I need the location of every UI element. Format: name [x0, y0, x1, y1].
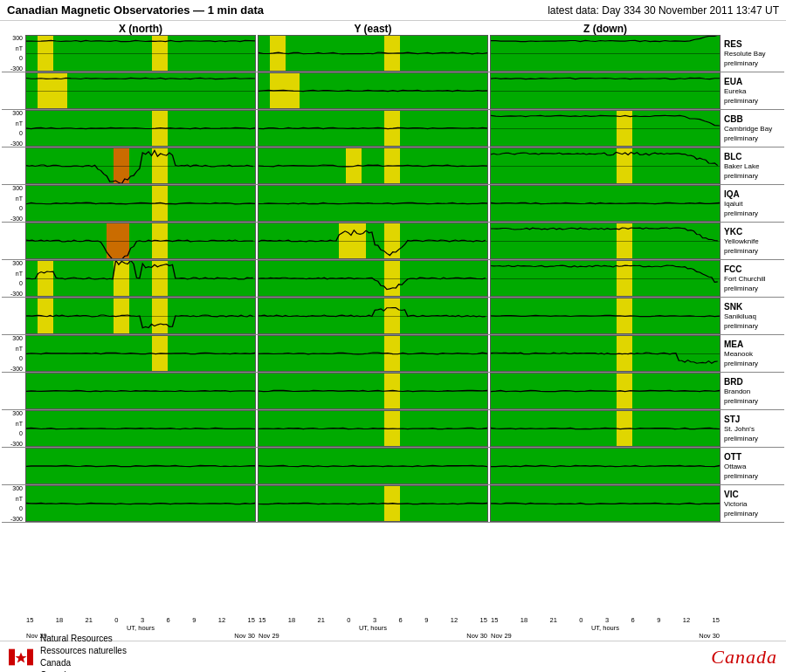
y-top-label: 300 [12, 335, 23, 341]
panel-FCC-X [25, 260, 256, 297]
panel-RES-X [25, 35, 256, 72]
panel-IQA-X [25, 185, 256, 222]
chart-svg [491, 298, 720, 333]
three-panels [24, 298, 721, 334]
panel-BRD-Y [258, 373, 488, 409]
chart-svg [491, 486, 720, 521]
station-code: EUA [724, 76, 784, 87]
x-axis-y: 15182103691215 UT, hours Nov 29Nov 30 [258, 616, 488, 641]
chart-svg [491, 73, 720, 108]
station-row: BRDBrandonpreliminary [2, 373, 784, 410]
y-mid-label: 0 [19, 280, 23, 286]
y-axis-labels: 300nT0-300 [2, 335, 24, 372]
chart-svg [26, 411, 255, 446]
chart-svg [26, 73, 255, 108]
station-row: OTTOttawapreliminary [2, 448, 784, 485]
panel-SNK-X [25, 298, 256, 334]
three-panels [24, 110, 721, 147]
panel-MEA-Z [490, 335, 720, 372]
svg-rect-2 [27, 648, 33, 665]
panel-BLC-Y [258, 147, 488, 184]
panel-VIC-X [25, 485, 256, 522]
svg-rect-0 [9, 648, 15, 665]
chart-svg [259, 411, 487, 446]
y-mid-label: 0 [19, 505, 23, 511]
station-label-YKC: YKCYellowknifepreliminary [721, 223, 784, 259]
station-prelim: preliminary [724, 472, 784, 481]
station-name: Iqaluit [724, 200, 784, 209]
y-mid-label: 0 [19, 55, 23, 61]
station-row: BLCBaker Lakepreliminary [2, 147, 784, 185]
station-label-STJ: STJSt. John'spreliminary [721, 410, 784, 447]
x-axis-label: UT, hours [490, 624, 720, 632]
col-header-y: Y (east) [258, 23, 488, 35]
x-axis-x: 15182103691215 UT, hours Nov 29Nov 30 [25, 616, 256, 641]
station-prelim: preliminary [724, 209, 784, 218]
x-tick: 6 [631, 616, 635, 624]
x-tick: 21 [550, 616, 557, 624]
station-row: 300nT0-300VICVictoriapreliminary [2, 485, 784, 523]
station-name: Yellowknife [724, 237, 784, 246]
y-unit-label: nT [16, 195, 23, 202]
panel-YKC-Z [490, 223, 720, 259]
station-label-BLC: BLCBaker Lakepreliminary [721, 147, 784, 184]
latest-data-label: latest data: Day 334 30 November 2011 13… [548, 4, 779, 17]
station-prelim: preliminary [724, 360, 784, 368]
panel-BRD-X [25, 373, 256, 409]
x-tick: 6 [399, 616, 403, 624]
station-row: 300nT0-300FCCFort Churchillpreliminary [2, 260, 784, 298]
y-axis-labels [2, 448, 24, 484]
y-axis-labels: 300nT0-300 [2, 260, 24, 297]
station-prelim: preliminary [724, 285, 784, 293]
station-prelim: preliminary [724, 134, 784, 143]
three-panels [24, 373, 721, 409]
panel-YKC-Y [258, 223, 488, 259]
y-top-label: 300 [12, 110, 23, 116]
chart-svg [491, 261, 720, 296]
station-name: Brandon [724, 387, 784, 396]
x-tick: 15 [480, 616, 487, 624]
y-bot-label: -300 [10, 441, 23, 447]
chart-svg [259, 261, 487, 296]
chart-svg [26, 223, 255, 258]
chart-svg [26, 148, 255, 183]
chart-svg [26, 336, 255, 371]
x-tick: 3 [141, 616, 144, 624]
y-unit-label: nT [16, 496, 23, 502]
x-tick: 9 [657, 616, 660, 624]
station-code: RES [724, 38, 784, 50]
x-tick: 12 [683, 616, 690, 624]
x-tick: 18 [288, 616, 295, 624]
stations-area: 300nT0-300RESResolute BaypreliminaryEUAE… [2, 35, 784, 616]
page-header: Canadian Magnetic Observatories — 1 min … [0, 0, 786, 21]
panel-BRD-Z [490, 373, 720, 409]
y-top-label: 300 [12, 185, 23, 191]
date-nov30: Nov 30 [699, 632, 720, 640]
panel-CBB-X [25, 110, 256, 147]
date-nov30: Nov 30 [234, 632, 255, 640]
panel-OTT-Z [490, 448, 720, 484]
chart-svg [26, 111, 255, 146]
chart-svg [491, 111, 720, 146]
x-tick: 15 [26, 616, 33, 624]
panel-EUA-X [25, 72, 256, 109]
y-mid-label: 0 [19, 130, 23, 136]
three-panels [24, 185, 721, 222]
panel-RES-Z [490, 35, 720, 72]
station-label-CBB: CBBCambridge Baypreliminary [721, 110, 784, 147]
station-name: Resolute Bay [724, 50, 784, 58]
station-name: Meanook [724, 350, 784, 359]
chart-svg [491, 186, 720, 221]
y-top-label: 300 [12, 35, 23, 41]
y-bot-label: -300 [10, 291, 23, 297]
panel-MEA-X [25, 335, 256, 372]
panel-OTT-X [25, 448, 256, 484]
y-axis-labels: 300nT0-300 [2, 110, 24, 147]
chart-svg [259, 486, 487, 521]
three-panels [24, 260, 721, 297]
station-name: Fort Churchill [724, 275, 784, 284]
y-axis-labels [2, 223, 24, 259]
chart-svg [259, 449, 487, 483]
chart-svg [491, 223, 720, 258]
three-panels [24, 147, 721, 184]
